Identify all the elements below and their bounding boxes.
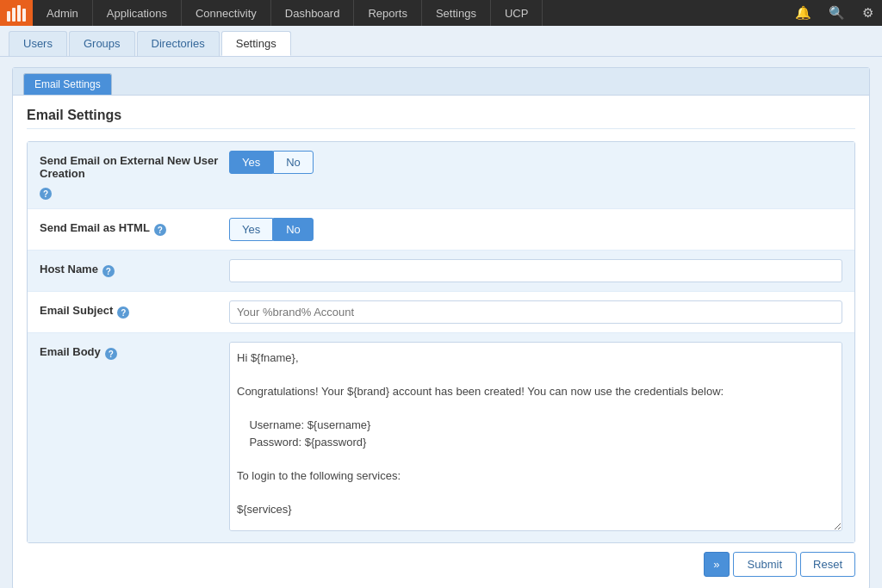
help-icon-send-external[interactable]: ? — [40, 188, 52, 200]
svg-rect-3 — [22, 9, 26, 22]
nav-admin[interactable]: Admin — [33, 0, 93, 26]
tab-users[interactable]: Users — [9, 31, 67, 56]
tab-groups[interactable]: Groups — [69, 31, 135, 56]
control-send-html: Yes No — [229, 218, 842, 241]
help-icon-send-html[interactable]: ? — [154, 224, 166, 236]
logo-button[interactable] — [0, 0, 33, 26]
nav-settings[interactable]: Settings — [422, 0, 491, 26]
form-section: Send Email on External New User Creation… — [27, 141, 855, 543]
nav-ucp[interactable]: UCP — [491, 0, 543, 26]
panel-body: Email Settings Send Email on External Ne… — [13, 96, 869, 588]
label-text-send-html: Send Email as HTML — [40, 221, 150, 234]
help-icon-email-subject[interactable]: ? — [117, 306, 129, 319]
input-email-subject[interactable] — [229, 300, 842, 324]
row-send-html: Send Email as HTML ? Yes No — [28, 209, 854, 251]
btn-no-send-html[interactable]: No — [273, 218, 314, 241]
nav-reports[interactable]: Reports — [354, 0, 422, 26]
nav-applications[interactable]: Applications — [93, 0, 182, 26]
control-email-subject — [229, 300, 842, 324]
search-icon[interactable]: 🔍 — [820, 0, 854, 26]
label-email-subject: Email Subject ? — [40, 300, 229, 319]
action-bar: » Submit Reset — [27, 545, 855, 577]
bell-icon[interactable]: 🔔 — [786, 0, 820, 26]
row-hostname: Host Name ? — [28, 251, 854, 292]
label-text-hostname: Host Name — [40, 263, 98, 275]
svg-rect-0 — [7, 11, 10, 22]
nav-right-icons: 🔔 🔍 ⚙ — [786, 0, 882, 26]
help-icon-email-body[interactable]: ? — [105, 348, 117, 360]
label-text-email-body: Email Body — [40, 345, 101, 358]
inner-tab-bar: Email Settings — [13, 68, 869, 96]
help-icon-hostname[interactable]: ? — [102, 265, 115, 277]
tab-directories[interactable]: Directories — [137, 31, 220, 56]
label-email-body: Email Body ? — [40, 342, 229, 360]
control-email-body: Hi ${fname}, Congratulations! Your ${bra… — [229, 342, 842, 534]
label-text-send-external: Send Email on External New User Creation — [40, 154, 218, 180]
textarea-email-body[interactable]: Hi ${fname}, Congratulations! Your ${bra… — [229, 342, 842, 531]
section-title: Email Settings — [27, 108, 855, 129]
svg-rect-2 — [17, 5, 21, 22]
inner-tab-email-settings[interactable]: Email Settings — [23, 73, 112, 95]
input-hostname[interactable] — [229, 259, 842, 282]
btn-yes-send-html[interactable]: Yes — [229, 218, 273, 241]
reset-button[interactable]: Reset — [800, 552, 855, 577]
top-navigation: Admin Applications Connectivity Dashboar… — [0, 0, 882, 26]
label-text-email-subject: Email Subject — [40, 304, 113, 317]
sub-navigation: Users Groups Directories Settings — [0, 26, 882, 57]
nav-connectivity[interactable]: Connectivity — [182, 0, 271, 26]
nav-dashboard[interactable]: Dashboard — [271, 0, 355, 26]
svg-rect-1 — [12, 8, 16, 22]
label-send-external: Send Email on External New User Creation… — [40, 151, 229, 200]
main-panel: Email Settings Email Settings Send Email… — [12, 67, 870, 588]
row-email-body: Email Body ? Hi ${fname}, Congratulation… — [28, 333, 854, 542]
row-send-external: Send Email on External New User Creation… — [28, 142, 854, 209]
label-send-html: Send Email as HTML ? — [40, 218, 229, 236]
control-hostname — [229, 259, 842, 282]
btn-yes-send-external[interactable]: Yes — [229, 151, 273, 174]
expand-button[interactable]: » — [704, 552, 729, 577]
main-content: Email Settings Email Settings Send Email… — [0, 57, 882, 588]
nav-items: Admin Applications Connectivity Dashboar… — [33, 0, 786, 26]
tab-settings[interactable]: Settings — [221, 31, 291, 56]
label-hostname: Host Name ? — [40, 259, 229, 277]
yesno-send-html: Yes No — [229, 218, 842, 241]
settings-icon[interactable]: ⚙ — [854, 0, 882, 26]
submit-button[interactable]: Submit — [733, 552, 797, 577]
yesno-send-external: Yes No — [229, 151, 842, 174]
row-email-subject: Email Subject ? — [28, 292, 854, 333]
btn-no-send-external[interactable]: No — [273, 151, 314, 174]
control-send-external: Yes No — [229, 151, 842, 174]
